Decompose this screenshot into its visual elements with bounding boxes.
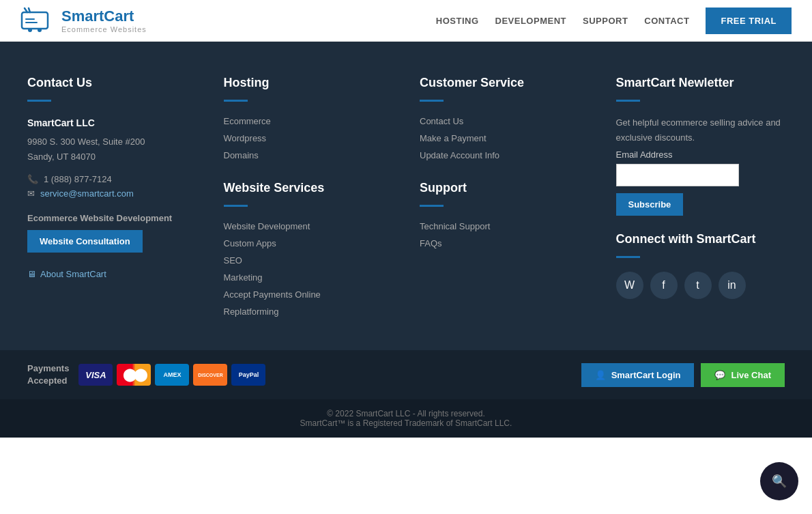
svg-rect-0 (22, 12, 48, 29)
email-line: ✉ service@smartcart.com (27, 188, 197, 199)
nav-contact[interactable]: CONTACT (644, 16, 689, 26)
phone-line: 📞 1 (888) 877-7124 (27, 174, 197, 184)
twitter-icon[interactable]: t (684, 272, 712, 299)
footer-main: Contact Us SmartCart LLC 9980 S. 300 Wes… (0, 42, 812, 350)
connect-title: Connect with SmartCart (616, 232, 785, 246)
address-line2: Sandy, UT 84070 (27, 152, 96, 162)
list-item: SEO (224, 255, 393, 266)
free-trial-button[interactable]: FREE TRIAL (706, 8, 792, 34)
website-services-links: Website Development Custom Apps SEO Mark… (224, 220, 393, 317)
main-nav: HOSTING DEVELOPMENT SUPPORT CONTACT FREE… (436, 8, 792, 34)
footer-bottom: PaymentsAccepted VISA ⬤⬤ AMEX DISCOVER P… (0, 350, 812, 399)
list-item: Technical Support (420, 220, 589, 231)
login-label: SmartCart Login (611, 370, 681, 380)
hosting-links: Ecommerce Wordpress Domains (224, 115, 393, 160)
payment-cards: VISA ⬤⬤ AMEX DISCOVER PayPal (78, 364, 265, 386)
newsletter-title: SmartCart Newletter (616, 76, 785, 90)
chat-icon: 💬 (714, 370, 725, 380)
email-address-input[interactable] (616, 164, 739, 186)
subscribe-button[interactable]: Subscribe (616, 193, 684, 216)
svg-point-1 (28, 28, 32, 32)
footer-newsletter: SmartCart Newletter Get helpful ecommerc… (616, 76, 785, 323)
sup-link-1[interactable]: FAQs (420, 238, 442, 248)
ecomm-dev-title: Ecommerce Website Development (27, 211, 197, 226)
ws-link-0[interactable]: Website Development (224, 221, 310, 231)
cs-link-0[interactable]: Contact Us (420, 116, 463, 126)
smartcart-login-button[interactable]: 👤 SmartCart Login (581, 363, 695, 387)
logo-area: SmartCart Ecommerce Websites (20, 7, 147, 34)
payments-area: PaymentsAccepted VISA ⬤⬤ AMEX DISCOVER P… (27, 362, 265, 387)
customer-service-title: Customer Service (420, 76, 589, 90)
facebook-icon[interactable]: f (650, 272, 678, 299)
email-link[interactable]: service@smartcart.com (40, 188, 134, 199)
company-name: SmartCart LLC (27, 115, 197, 132)
cs-link-2[interactable]: Update Account Info (420, 150, 499, 160)
copyright-line2: SmartCart™ is a Registered Trademark of … (10, 418, 802, 428)
linkedin-icon[interactable]: in (719, 272, 746, 299)
social-icons: W f t in (616, 272, 785, 299)
svg-point-2 (38, 28, 42, 32)
support-links: Technical Support FAQs (420, 220, 589, 248)
footer-customer-support: Customer Service Contact Us Make a Payme… (420, 76, 589, 323)
list-item: Website Development (224, 220, 393, 231)
email-address-label: Email Address (616, 149, 785, 160)
hosting-link-1[interactable]: Wordpress (224, 133, 267, 143)
logo-name: SmartCart (61, 8, 147, 25)
list-item: FAQs (420, 238, 589, 248)
nav-support[interactable]: SUPPORT (583, 16, 628, 26)
live-chat-button[interactable]: 💬 Live Chat (701, 363, 785, 387)
ws-link-5[interactable]: Replatforming (224, 306, 279, 317)
nav-hosting[interactable]: HOSTING (436, 16, 479, 26)
payments-label: PaymentsAccepted (27, 362, 69, 387)
footer-bottom-buttons: 👤 SmartCart Login 💬 Live Chat (581, 363, 785, 387)
footer-contact-us: Contact Us SmartCart LLC 9980 S. 300 Wes… (27, 76, 197, 323)
wordpress-icon[interactable]: W (616, 272, 643, 299)
about-smartcart-link[interactable]: 🖥 About SmartCart (27, 269, 197, 279)
ws-link-1[interactable]: Custom Apps (224, 238, 276, 248)
contact-us-title: Contact Us (27, 76, 197, 90)
list-item: Replatforming (224, 306, 393, 317)
about-icon: 🖥 (27, 269, 36, 279)
list-item: Wordpress (224, 132, 393, 143)
footer-grid: Contact Us SmartCart LLC 9980 S. 300 Wes… (27, 76, 785, 323)
ws-link-2[interactable]: SEO (224, 255, 242, 266)
list-item: Make a Payment (420, 132, 589, 143)
logo-text: SmartCart Ecommerce Websites (61, 8, 147, 33)
list-item: Accept Payments Online (224, 289, 393, 300)
list-item: Marketing (224, 272, 393, 283)
connect-divider (616, 256, 640, 258)
contact-us-divider (27, 100, 51, 102)
phone-number: 1 (888) 877-7124 (44, 174, 112, 184)
ws-link-3[interactable]: Marketing (224, 272, 263, 283)
copyright-line1: © 2022 SmartCart LLC - All rights reserv… (10, 409, 802, 418)
list-item: Domains (224, 149, 393, 160)
website-consultation-button[interactable]: Website Consultation (27, 230, 143, 253)
paypal-card: PayPal (231, 364, 265, 386)
hosting-link-0[interactable]: Ecommerce (224, 116, 271, 126)
hosting-link-2[interactable]: Domains (224, 150, 259, 160)
list-item: Update Account Info (420, 149, 589, 160)
list-item: Contact Us (420, 115, 589, 126)
list-item: Ecommerce (224, 115, 393, 126)
about-link-text: About SmartCart (40, 269, 106, 279)
phone-icon: 📞 (27, 174, 38, 184)
livechat-label: Live Chat (731, 370, 771, 380)
support-title: Support (420, 181, 589, 195)
cs-link-1[interactable]: Make a Payment (420, 133, 487, 143)
hosting-title: Hosting (224, 76, 393, 90)
sup-link-0[interactable]: Technical Support (420, 221, 490, 231)
login-icon: 👤 (595, 370, 606, 380)
newsletter-divider (616, 100, 640, 102)
logo-icon (20, 7, 55, 34)
mastercard-card: ⬤⬤ (117, 364, 151, 386)
company-address: 9980 S. 300 West, Suite #200 Sandy, UT 8… (27, 134, 197, 165)
nav-development[interactable]: DEVELOPMENT (495, 16, 566, 26)
discover-card: DISCOVER (193, 364, 227, 386)
header: SmartCart Ecommerce Websites HOSTING DEV… (0, 0, 812, 42)
newsletter-desc: Get helpful ecommerce selling advice and… (616, 115, 785, 145)
footer-hosting-services: Hosting Ecommerce Wordpress Domains Webs… (224, 76, 393, 323)
logo-sub: Ecommerce Websites (61, 25, 147, 33)
website-services-title: Website Services (224, 181, 393, 195)
address-line1: 9980 S. 300 West, Suite #200 (27, 137, 145, 147)
ws-link-4[interactable]: Accept Payments Online (224, 289, 321, 300)
